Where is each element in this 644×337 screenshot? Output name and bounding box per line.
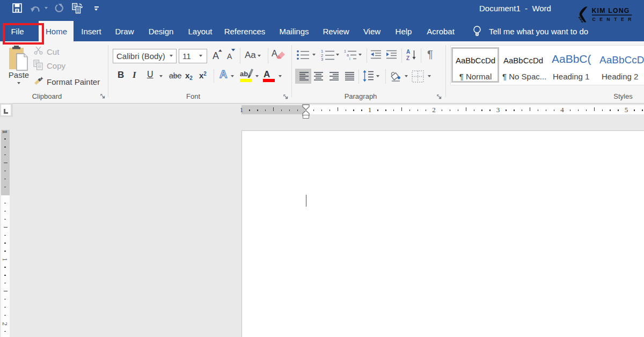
- svg-text:a: a: [347, 53, 349, 57]
- svg-text:CENTER: CENTER: [592, 17, 636, 22]
- svg-text:KIM LONG: KIM LONG: [592, 7, 630, 14]
- svg-text:i: i: [349, 57, 350, 60]
- svg-text:Z: Z: [406, 55, 409, 61]
- svg-text:A: A: [406, 49, 410, 55]
- svg-text:1: 1: [344, 49, 346, 53]
- svg-text:3: 3: [321, 57, 323, 61]
